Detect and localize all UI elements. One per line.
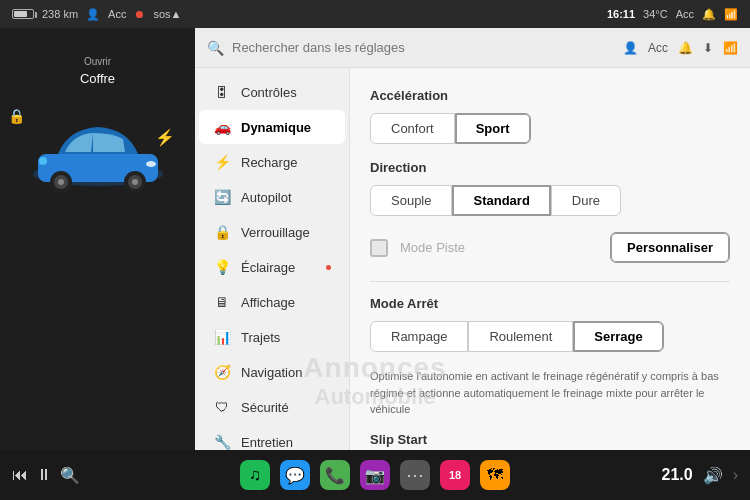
recharge-label: Recharge bbox=[241, 155, 297, 170]
message-app[interactable]: 💬 bbox=[280, 460, 310, 490]
lock-icon: 🔒 bbox=[8, 108, 25, 124]
record-icon: ⏺ bbox=[134, 8, 145, 20]
signal-search: 📶 bbox=[723, 41, 738, 55]
navigation-label: Navigation bbox=[241, 365, 302, 380]
coffre-label[interactable]: Coffre bbox=[80, 71, 115, 86]
sidebar-item-navigation[interactable]: 🧭 Navigation bbox=[199, 355, 345, 389]
dynamique-icon: 🚗 bbox=[213, 119, 231, 135]
direction-souple-btn[interactable]: Souple bbox=[370, 185, 452, 216]
mode-arret-roulement-btn[interactable]: Roulement bbox=[468, 321, 573, 352]
controles-icon: 🎛 bbox=[213, 84, 231, 100]
mode-arret-rampage-btn[interactable]: Rampage bbox=[370, 321, 468, 352]
left-panel: Ouvrir Coffre bbox=[0, 28, 195, 450]
temperature-label: 34°C bbox=[643, 8, 668, 20]
acc-right-label: Acc bbox=[676, 8, 694, 20]
securite-label: Sécurité bbox=[241, 400, 289, 415]
status-right: 16:11 34°C Acc 🔔 📶 bbox=[607, 8, 738, 21]
eclairage-icon: 💡 bbox=[213, 259, 231, 275]
autopilot-icon: 🔄 bbox=[213, 189, 231, 205]
sidebar-item-securite[interactable]: 🛡 Sécurité bbox=[199, 390, 345, 424]
car-svg bbox=[23, 109, 173, 199]
dynamique-label: Dynamique bbox=[241, 120, 311, 135]
maps-app[interactable]: 🗺 bbox=[480, 460, 510, 490]
camera-app[interactable]: 📷 bbox=[360, 460, 390, 490]
acceleration-sport-btn[interactable]: Sport bbox=[455, 113, 531, 144]
sidebar-item-entretien[interactable]: 🔧 Entretien bbox=[199, 425, 345, 450]
taskbar: ⏮ ⏸ 🔍 ♫ 💬 📞 📷 ⋯ 18 🗺 21.0 🔊 › bbox=[0, 450, 750, 500]
user-icon-right: 👤 bbox=[623, 41, 638, 55]
direction-dure-btn[interactable]: Dure bbox=[551, 185, 621, 216]
distance-label: 238 km bbox=[42, 8, 78, 20]
sidebar-item-recharge[interactable]: ⚡ Recharge bbox=[199, 145, 345, 179]
status-bar: 238 km 👤 Acc ⏺ sos▲ 16:11 34°C Acc 🔔 📶 bbox=[0, 0, 750, 28]
acceleration-title: Accélération bbox=[370, 88, 730, 103]
settings-content: 🎛 Contrôles 🚗 Dynamique ⚡ Recharge 🔄 Aut… bbox=[195, 68, 750, 450]
taskbar-right: 21.0 🔊 › bbox=[662, 466, 738, 485]
direction-standard-btn[interactable]: Standard bbox=[452, 185, 550, 216]
navigation-icon: 🧭 bbox=[213, 364, 231, 380]
signal-icon: 📶 bbox=[724, 8, 738, 21]
sidebar-item-dynamique[interactable]: 🚗 Dynamique bbox=[199, 110, 345, 144]
phone-app[interactable]: 📞 bbox=[320, 460, 350, 490]
sidebar-item-verrouillage[interactable]: 🔒 Verrouillage bbox=[199, 215, 345, 249]
svg-point-9 bbox=[39, 157, 47, 165]
acc-right-search: Acc bbox=[648, 41, 668, 55]
mode-piste-label: Mode Piste bbox=[400, 240, 465, 255]
acc-label-left: Acc bbox=[108, 8, 126, 20]
acceleration-confort-btn[interactable]: Confort bbox=[370, 113, 455, 144]
sidebar-item-autopilot[interactable]: 🔄 Autopilot bbox=[199, 180, 345, 214]
mode-arret-title: Mode Arrêt bbox=[370, 296, 730, 311]
status-left: 238 km 👤 Acc ⏺ sos▲ bbox=[12, 8, 181, 21]
spotify-app[interactable]: ♫ bbox=[240, 460, 270, 490]
driver-icon: 👤 bbox=[86, 8, 100, 21]
eclairage-dot bbox=[326, 265, 331, 270]
sidebar-item-eclairage[interactable]: 💡 Éclairage bbox=[199, 250, 345, 284]
entretien-label: Entretien bbox=[241, 435, 293, 450]
mode-piste-row: Mode Piste Personnaliser bbox=[370, 232, 730, 263]
verrouillage-icon: 🔒 bbox=[213, 224, 231, 240]
search-icon: 🔍 bbox=[207, 40, 224, 56]
taskbar-center: ♫ 💬 📞 📷 ⋯ 18 🗺 bbox=[240, 460, 510, 490]
acceleration-btn-group: Confort Sport bbox=[370, 113, 730, 144]
charge-icon: ⚡ bbox=[155, 128, 175, 147]
prev-btn[interactable]: ⏮ bbox=[12, 466, 28, 484]
eclairage-label: Éclairage bbox=[241, 260, 295, 275]
sos-label: sos▲ bbox=[153, 8, 181, 20]
personnaliser-button[interactable]: Personnaliser bbox=[610, 232, 730, 263]
slip-start-section: Slip Start Permet de libérer le véhicule… bbox=[370, 432, 730, 451]
main-area: Ouvrir Coffre bbox=[0, 28, 750, 450]
entretien-icon: 🔧 bbox=[213, 434, 231, 450]
time-label: 16:11 bbox=[607, 8, 635, 20]
affichage-icon: 🖥 bbox=[213, 294, 231, 310]
car-visualization bbox=[23, 109, 173, 203]
calendar-app[interactable]: 18 bbox=[440, 460, 470, 490]
search-input[interactable] bbox=[232, 40, 615, 55]
battery-icon bbox=[12, 9, 34, 19]
slip-start-title: Slip Start bbox=[370, 432, 730, 447]
sidebar-item-trajets[interactable]: 📊 Trajets bbox=[199, 320, 345, 354]
ouvrir-label: Ouvrir bbox=[80, 56, 115, 67]
pause-btn[interactable]: ⏸ bbox=[36, 466, 52, 484]
affichage-label: Affichage bbox=[241, 295, 295, 310]
svg-point-4 bbox=[58, 179, 64, 185]
autopilot-label: Autopilot bbox=[241, 190, 292, 205]
mode-arret-description: Optimise l'autonomie en activant le frei… bbox=[370, 368, 730, 418]
nav-sidebar: 🎛 Contrôles 🚗 Dynamique ⚡ Recharge 🔄 Aut… bbox=[195, 68, 350, 450]
bell-icon: 🔔 bbox=[702, 8, 716, 21]
download-icon: ⬇ bbox=[703, 41, 713, 55]
sidebar-item-affichage[interactable]: 🖥 Affichage bbox=[199, 285, 345, 319]
mode-arret-btn-group: Rampage Roulement Serrage bbox=[370, 321, 730, 352]
apps-grid[interactable]: ⋯ bbox=[400, 460, 430, 490]
search-right: 👤 Acc 🔔 ⬇ 📶 bbox=[623, 41, 738, 55]
mode-piste-checkbox[interactable] bbox=[370, 239, 388, 257]
sidebar-item-controles[interactable]: 🎛 Contrôles bbox=[199, 75, 345, 109]
direction-section: Direction Souple Standard Dure bbox=[370, 160, 730, 216]
divider bbox=[370, 281, 730, 282]
svg-point-7 bbox=[132, 179, 138, 185]
volume-btn[interactable]: 🔊 bbox=[703, 466, 723, 485]
taskbar-left: ⏮ ⏸ 🔍 bbox=[12, 466, 80, 485]
mode-arret-serrage-btn[interactable]: Serrage bbox=[573, 321, 663, 352]
search-taskbar-btn[interactable]: 🔍 bbox=[60, 466, 80, 485]
svg-point-8 bbox=[146, 161, 156, 167]
chevron-right-btn[interactable]: › bbox=[733, 466, 738, 484]
